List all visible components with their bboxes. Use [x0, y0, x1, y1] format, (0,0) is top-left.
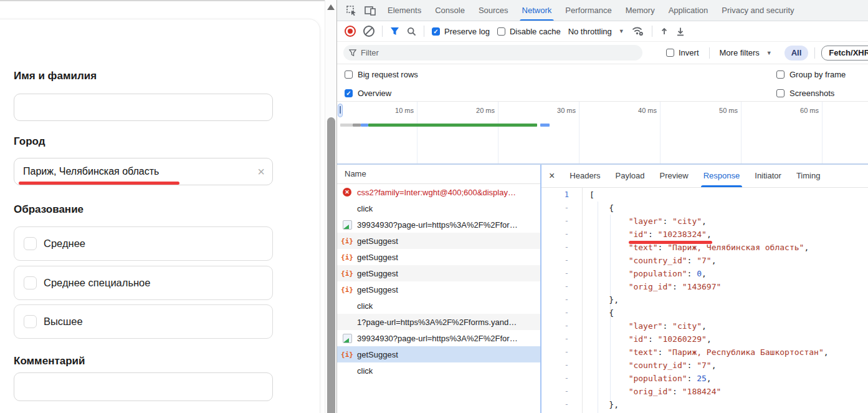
invert-checkbox[interactable]: Invert [666, 48, 699, 57]
request-name: getSuggest [357, 269, 398, 278]
response-json-line: "orig_id": "188424" [589, 385, 868, 398]
detail-tab-timing[interactable]: Timing [789, 165, 828, 187]
request-name: getSuggest [357, 285, 398, 294]
detail-tab-response[interactable]: Response [696, 165, 748, 187]
import-har-icon[interactable] [660, 27, 669, 36]
big-request-rows-checkbox[interactable]: Big request rows [345, 70, 418, 79]
disable-cache-checkbox[interactable]: Disable cache [497, 27, 561, 36]
education-checkbox[interactable] [24, 237, 37, 250]
devtools-tab-sources[interactable]: Sources [472, 0, 515, 21]
timeline-gridline [660, 102, 661, 163]
invert-checkbox-box[interactable] [666, 49, 674, 57]
overview-bar-segment-gray [340, 124, 353, 127]
request-row-css2-family-inter-wght-4[interactable]: ✕css2?family=Inter:wght@400;600&display… [337, 184, 540, 200]
request-row-getsuggest[interactable]: {i}getSuggest [337, 346, 540, 362]
preserve-log-checkbox-box[interactable] [432, 27, 440, 36]
request-row-39934930-page-url-https-[interactable]: 39934930?page-url=https%3A%2F%2Ffor… [337, 330, 540, 346]
toolbar-divider [382, 26, 383, 37]
gutter-fold-marker: - [541, 241, 582, 254]
scrollbar-up-arrow-icon[interactable] [327, 4, 335, 10]
close-detail-icon[interactable]: × [549, 170, 555, 182]
throttling-dropdown[interactable]: No throttling ▼ [568, 27, 624, 36]
json-fetch-icon: {i} [342, 349, 352, 359]
request-row-1-page-url-https-3a-2f-2[interactable]: 1?page-url=https%3A%2F%2Fforms.yand… [337, 314, 540, 330]
request-row-click[interactable]: click [337, 298, 540, 314]
request-row-getsuggest[interactable]: {i}getSuggest [337, 265, 540, 281]
request-row-click[interactable]: click [337, 362, 540, 379]
devtools-tab-elements[interactable]: Elements [381, 0, 428, 21]
request-list-name-header[interactable]: Name [337, 165, 540, 184]
screenshots-checkbox[interactable]: Screenshots [776, 89, 834, 98]
overview-drag-handle[interactable] [338, 104, 343, 117]
education-checkbox[interactable] [24, 276, 37, 289]
toolbar-divider [652, 26, 652, 37]
search-icon[interactable] [407, 27, 416, 36]
education-option-label: Высшее [44, 305, 83, 338]
gutter-fold-marker: - [541, 319, 582, 333]
disable-cache-checkbox-box[interactable] [497, 27, 505, 36]
request-type-chip-all[interactable]: All [785, 46, 809, 61]
request-name: css2?family=Inter:wght@400;600&display… [357, 188, 516, 197]
group-by-frame-checkbox[interactable]: Group by frame [776, 70, 846, 79]
overview-bar-segment-blue2 [540, 124, 550, 127]
inspect-element-icon[interactable] [343, 2, 360, 19]
education-option-[interactable]: Высшее [14, 304, 273, 339]
response-json-line: "country_id": "7", [589, 359, 868, 372]
education-option-[interactable]: Среднее [14, 226, 273, 261]
clear-city-icon[interactable]: × [257, 158, 265, 185]
request-row-click[interactable]: click [337, 200, 540, 216]
detail-tab-headers[interactable]: Headers [562, 165, 608, 187]
education-option-[interactable]: Среднее специальное [14, 266, 273, 300]
network-conditions-icon[interactable] [632, 26, 644, 36]
group-by-frame-checkbox-box[interactable] [776, 70, 785, 79]
network-overview-timeline[interactable]: 10 ms20 ms30 ms40 ms50 ms60 ms [337, 102, 868, 165]
request-type-chip-fetch-xhr[interactable]: Fetch/XHR [821, 46, 868, 61]
overview-checkbox[interactable]: Overview [345, 89, 391, 98]
big-request-rows-checkbox-box[interactable] [345, 70, 353, 79]
devtools-tab-performance[interactable]: Performance [558, 0, 618, 21]
toggle-device-toolbar-icon[interactable] [362, 2, 378, 19]
comment-input[interactable] [14, 372, 273, 401]
toolbar-divider [424, 26, 424, 37]
timeline-tick-label: 10 ms [379, 107, 414, 114]
devtools-tab-console[interactable]: Console [428, 0, 472, 21]
scrollbar-thumb[interactable] [327, 117, 335, 413]
request-name: 1?page-url=https%3A%2F%2Fforms.yand… [357, 318, 517, 327]
clear-network-log-icon[interactable] [363, 26, 374, 37]
error-icon: ✕ [342, 187, 352, 197]
response-code-view[interactable]: 1---------------- [ { "layer": "city", "… [541, 187, 868, 413]
devtools-tab-network[interactable]: Network [515, 0, 559, 21]
timeline-gridline [498, 102, 498, 163]
filter-divider [709, 47, 710, 59]
chevron-down-icon: ▼ [619, 28, 624, 34]
record-network-log-icon[interactable] [345, 26, 356, 37]
detail-tab-preview[interactable]: Preview [652, 165, 695, 187]
devtools-tab-privacy-and-security[interactable]: Privacy and security [715, 0, 801, 21]
image-icon [342, 220, 352, 230]
overview-checkbox-box[interactable] [345, 89, 353, 97]
export-har-icon[interactable] [676, 27, 685, 36]
detail-tab-payload[interactable]: Payload [608, 165, 652, 187]
preserve-log-checkbox[interactable]: Preserve log [432, 27, 490, 36]
gutter-fold-marker: - [541, 280, 582, 293]
request-row-getsuggest[interactable]: {i}getSuggest [337, 233, 540, 249]
request-row-39934930-page-url-https-[interactable]: 39934930?page-url=https%3A%2F%2Ffor… [337, 216, 540, 233]
request-row-getsuggest[interactable]: {i}getSuggest [337, 249, 540, 265]
request-row-getsuggest[interactable]: {i}getSuggest [337, 281, 540, 298]
filter-toggle-icon[interactable] [390, 27, 399, 36]
detail-tab-initiator[interactable]: Initiator [747, 165, 789, 187]
more-filters-dropdown[interactable]: More filters ▼ [720, 48, 772, 57]
network-filter-bar: Filter Invert More filters ▼ All Fetch/X… [337, 42, 868, 64]
education-checkbox[interactable] [24, 315, 37, 328]
filter-input[interactable]: Filter [343, 45, 642, 61]
json-fetch-icon: {i} [342, 252, 352, 262]
devtools-tab-bar: ElementsConsoleSourcesNetworkPerformance… [337, 0, 868, 21]
screenshots-checkbox-box[interactable] [776, 89, 785, 97]
overview-bar-segment-green [368, 124, 537, 127]
devtools-tab-memory[interactable]: Memory [619, 0, 662, 21]
devtools-tab-application[interactable]: Application [662, 0, 715, 21]
name-input[interactable] [14, 94, 273, 121]
request-name: 39934930?page-url=https%3A%2F%2Ffor… [357, 220, 518, 230]
page-scrollbar[interactable] [325, 0, 336, 413]
response-json-line: }, [589, 398, 868, 411]
